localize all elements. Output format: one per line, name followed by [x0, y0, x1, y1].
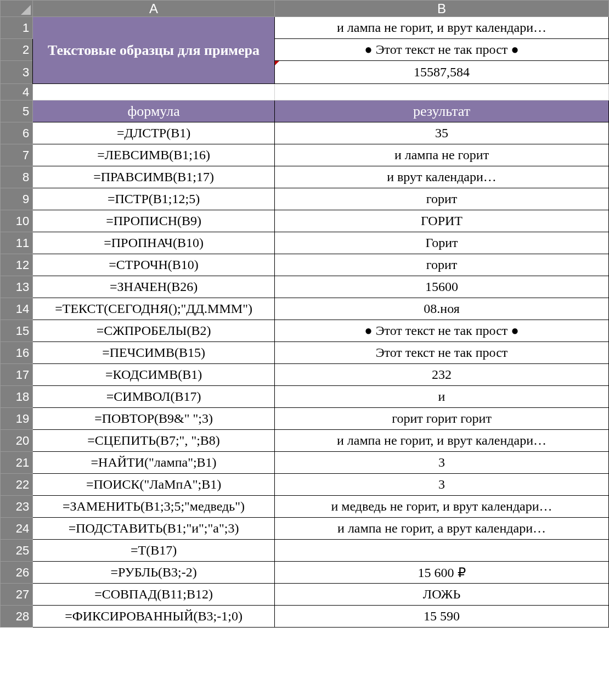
cell-b23[interactable]: и медведь не горит, и врут календари…: [275, 496, 609, 518]
row-header-2[interactable]: 2: [1, 39, 33, 61]
cell-b24[interactable]: и лампа не горит, а врут календари…: [275, 518, 609, 540]
row-header-24[interactable]: 24: [1, 518, 33, 540]
row-header-17[interactable]: 17: [1, 364, 33, 386]
row-header-21[interactable]: 21: [1, 452, 33, 474]
cell-a23[interactable]: =ЗАМЕНИТЬ(B1;3;5;"медведь"): [33, 496, 275, 518]
row-header-5[interactable]: 5: [1, 100, 33, 122]
cell-b28[interactable]: 15 590: [275, 606, 609, 628]
row-header-1[interactable]: 1: [1, 17, 33, 39]
row-header-28[interactable]: 28: [1, 606, 33, 628]
cell-b25[interactable]: [275, 540, 609, 562]
cell-b27[interactable]: ЛОЖЬ: [275, 584, 609, 606]
row-header-26[interactable]: 26: [1, 562, 33, 584]
cell-a20[interactable]: =СЦЕПИТЬ(B7;", ";B8): [33, 430, 275, 452]
cell-a8[interactable]: =ПРАВСИМВ(B1;17): [33, 166, 275, 188]
spreadsheet-grid: A B 1 Текстовые образцы для примера и ла…: [0, 0, 609, 628]
row-header-10[interactable]: 10: [1, 210, 33, 232]
select-all-corner[interactable]: [1, 1, 33, 17]
cell-b7[interactable]: и лампа не горит: [275, 144, 609, 166]
cell-b26[interactable]: 15 600 ₽: [275, 562, 609, 584]
cell-b17[interactable]: 232: [275, 364, 609, 386]
row-header-20[interactable]: 20: [1, 430, 33, 452]
row-header-11[interactable]: 11: [1, 232, 33, 254]
cell-a25[interactable]: =Т(B17): [33, 540, 275, 562]
row-header-6[interactable]: 6: [1, 122, 33, 144]
cell-b8[interactable]: и врут календари…: [275, 166, 609, 188]
cell-a14[interactable]: =ТЕКСТ(СЕГОДНЯ();"ДД.МММ"): [33, 298, 275, 320]
row-header-13[interactable]: 13: [1, 276, 33, 298]
cell-a27[interactable]: =СОВПАД(B11;B12): [33, 584, 275, 606]
cell-b13[interactable]: 15600: [275, 276, 609, 298]
row-header-16[interactable]: 16: [1, 342, 33, 364]
cell-b20[interactable]: и лампа не горит, и врут календари…: [275, 430, 609, 452]
row-header-7[interactable]: 7: [1, 144, 33, 166]
column-header-b[interactable]: B: [275, 1, 609, 17]
cell-a22[interactable]: =ПОИСК("ЛаМпА";B1): [33, 474, 275, 496]
cell-a4[interactable]: [33, 84, 275, 100]
cell-b16[interactable]: Этот текст не так прост: [275, 342, 609, 364]
cell-b10[interactable]: ГОРИТ: [275, 210, 609, 232]
cell-b14[interactable]: 08.ноя: [275, 298, 609, 320]
row-header-22[interactable]: 22: [1, 474, 33, 496]
row-header-23[interactable]: 23: [1, 496, 33, 518]
cell-a21[interactable]: =НАЙТИ("лампа";B1): [33, 452, 275, 474]
cell-a12[interactable]: =СТРОЧН(B10): [33, 254, 275, 276]
cell-b6[interactable]: 35: [275, 122, 609, 144]
cell-a19[interactable]: =ПОВТОР(B9&" ";3): [33, 408, 275, 430]
cell-b11[interactable]: Горит: [275, 232, 609, 254]
cell-b18[interactable]: и: [275, 386, 609, 408]
cell-a15[interactable]: =СЖПРОБЕЛЫ(B2): [33, 320, 275, 342]
cell-b22[interactable]: 3: [275, 474, 609, 496]
row-header-19[interactable]: 19: [1, 408, 33, 430]
column-header-a[interactable]: A: [33, 1, 275, 17]
cell-b1[interactable]: и лампа не горит, и врут календари…: [275, 17, 609, 39]
cell-a28[interactable]: =ФИКСИРОВАННЫЙ(B3;-1;0): [33, 606, 275, 628]
cell-b21[interactable]: 3: [275, 452, 609, 474]
header-formula[interactable]: формула: [33, 100, 275, 122]
cell-b3[interactable]: 15587,584: [275, 61, 609, 84]
cell-a6[interactable]: =ДЛСТР(B1): [33, 122, 275, 144]
merged-title-cell[interactable]: Текстовые образцы для примера: [33, 17, 275, 84]
row-header-9[interactable]: 9: [1, 188, 33, 210]
cell-b9[interactable]: горит: [275, 188, 609, 210]
cell-a10[interactable]: =ПРОПИСН(B9): [33, 210, 275, 232]
cell-b2[interactable]: ● Этот текст не так прост ●: [275, 39, 609, 61]
row-header-14[interactable]: 14: [1, 298, 33, 320]
cell-a26[interactable]: =РУБЛЬ(B3;-2): [33, 562, 275, 584]
row-header-18[interactable]: 18: [1, 386, 33, 408]
cell-b19[interactable]: горит горит горит: [275, 408, 609, 430]
cell-a17[interactable]: =КОДСИМВ(B1): [33, 364, 275, 386]
row-header-27[interactable]: 27: [1, 584, 33, 606]
row-header-15[interactable]: 15: [1, 320, 33, 342]
row-header-12[interactable]: 12: [1, 254, 33, 276]
cell-a13[interactable]: =ЗНАЧЕН(B26): [33, 276, 275, 298]
cell-b4[interactable]: [275, 84, 609, 100]
cell-a16[interactable]: =ПЕЧСИМВ(B15): [33, 342, 275, 364]
cell-a9[interactable]: =ПСТР(B1;12;5): [33, 188, 275, 210]
cell-b12[interactable]: горит: [275, 254, 609, 276]
header-result[interactable]: результат: [275, 100, 609, 122]
cell-a7[interactable]: =ЛЕВСИМВ(B1;16): [33, 144, 275, 166]
row-header-8[interactable]: 8: [1, 166, 33, 188]
row-header-4[interactable]: 4: [1, 84, 33, 100]
cell-b15[interactable]: ● Этот текст не так прост ●: [275, 320, 609, 342]
cell-a18[interactable]: =СИМВОЛ(B17): [33, 386, 275, 408]
row-header-3[interactable]: 3: [1, 61, 33, 84]
row-header-25[interactable]: 25: [1, 540, 33, 562]
cell-a24[interactable]: =ПОДСТАВИТЬ(B1;"и";"а";3): [33, 518, 275, 540]
cell-a11[interactable]: =ПРОПНАЧ(B10): [33, 232, 275, 254]
